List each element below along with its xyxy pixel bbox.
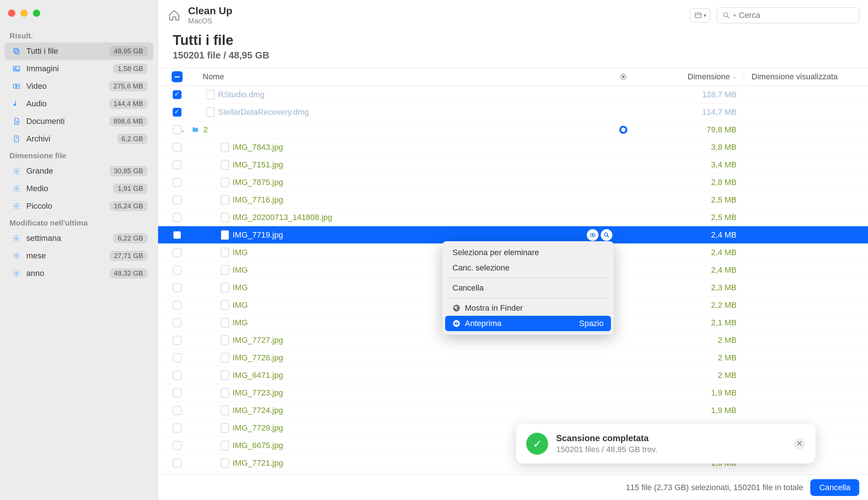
row-checkbox[interactable]: [165, 371, 189, 380]
preview-icon[interactable]: [587, 229, 599, 241]
home-icon[interactable]: [167, 8, 181, 23]
file-size: 1,9 MB: [634, 388, 744, 398]
sidebar-item-label: Piccolo: [23, 201, 110, 211]
radio-selected[interactable]: [619, 126, 627, 134]
select-all-toggle[interactable]: [172, 71, 183, 82]
file-row[interactable]: IMG_7843.jpg 3,8 MB: [158, 139, 868, 156]
sidebar-item-label: Immagini: [23, 64, 113, 73]
row-checkbox[interactable]: [165, 160, 189, 169]
row-checkbox[interactable]: [165, 248, 189, 257]
sidebar-item-label: Medio: [23, 184, 113, 193]
sidebar-item-documenti[interactable]: Documenti 898,6 MB: [4, 113, 153, 130]
file-row[interactable]: IMG_7875.jpg 2,8 MB: [158, 174, 868, 191]
file-row[interactable]: IMG_20200713_141808.jpg 2,5 MB: [158, 209, 868, 226]
sidebar-item-badge: 275,6 MB: [109, 81, 148, 91]
maximize-window-button[interactable]: [33, 10, 40, 17]
sidebar-item-badge: 1,58 GB: [113, 64, 148, 74]
row-checkbox[interactable]: [165, 441, 189, 450]
menu-cancel[interactable]: Cancella: [445, 280, 611, 296]
zoom-icon[interactable]: [601, 229, 612, 241]
menu-select-to-delete[interactable]: Seleziona per eleminare: [445, 245, 611, 260]
close-toast-button[interactable]: ✕: [794, 438, 805, 450]
sidebar-item-badge: 898,6 MB: [109, 116, 148, 126]
file-row[interactable]: IMG_7724.jpg 1,9 MB: [158, 402, 868, 419]
column-name[interactable]: Nome: [189, 72, 612, 82]
file-size: 114,7 MB: [634, 107, 744, 117]
row-checkbox[interactable]: [165, 108, 189, 117]
sidebar-item-video[interactable]: Video 275,6 MB: [4, 77, 153, 95]
svg-point-15: [15, 272, 18, 274]
row-checkbox[interactable]: [165, 406, 189, 415]
row-checkbox[interactable]: [165, 196, 189, 204]
table-header: Nome Dimensione ⌄ Dimensione visualizzat…: [158, 68, 868, 86]
file-row[interactable]: IMG_7723.jpg 1,9 MB: [158, 384, 868, 402]
sidebar-section-results: Risult.: [4, 28, 153, 42]
target-icon[interactable]: [619, 73, 627, 81]
row-checkbox[interactable]: [165, 389, 189, 397]
svg-point-13: [15, 237, 18, 239]
sidebar-item-archivi[interactable]: Archivi 6,2 GB: [4, 130, 153, 148]
file-name: IMG_7843.jpg: [233, 143, 612, 152]
sidebar-item-audio[interactable]: Audio 144,4 MB: [4, 95, 153, 113]
file-size: 2,5 MB: [634, 213, 744, 222]
menu-show-in-finder[interactable]: Mostra in Finder: [445, 300, 611, 316]
sidebar-item-piccolo[interactable]: Piccolo 16,24 GB: [4, 197, 153, 215]
sidebar-item-label: Tutti i file: [23, 46, 110, 56]
category-icon: [10, 269, 23, 277]
row-checkbox[interactable]: [165, 336, 189, 345]
row-checkbox[interactable]: [165, 424, 189, 432]
sidebar-item-anno[interactable]: anno 48,32 GB: [4, 265, 153, 282]
sidebar-item-grande[interactable]: Grande 30,85 GB: [4, 162, 153, 180]
file-row[interactable]: IMG_7726.jpg 2 MB: [158, 349, 868, 367]
minimize-window-button[interactable]: [20, 10, 28, 17]
file-row[interactable]: IMG_7716.jpg 2,5 MB: [158, 191, 868, 209]
file-row[interactable]: RStudio.dmg 128,7 MB: [158, 86, 868, 103]
footer-status: 115 file (2,73 GB) selezionati, 150201 f…: [626, 483, 803, 492]
sidebar-item-label: Video: [23, 82, 109, 91]
menu-cancel-selection[interactable]: Canc. selezione: [445, 260, 611, 276]
window-controls: [4, 7, 153, 28]
row-checkbox[interactable]: [165, 143, 189, 152]
category-icon: [10, 234, 23, 242]
sidebar-item-settimana[interactable]: settimana 6,22 GB: [4, 230, 153, 247]
folder-icon: [191, 126, 200, 133]
sidebar-item-medio[interactable]: Medio 1,91 GB: [4, 180, 153, 197]
file-row[interactable]: IMG_7151.jpg 3,4 MB: [158, 156, 868, 174]
row-checkbox[interactable]: [165, 283, 189, 292]
view-toggle-button[interactable]: ▾: [690, 8, 710, 22]
row-checkbox[interactable]: [165, 318, 189, 327]
footer: 115 file (2,73 GB) selezionati, 150201 f…: [158, 474, 868, 500]
column-visualized-size[interactable]: Dimensione visualizzata: [744, 72, 861, 82]
file-size: 128,7 MB: [634, 90, 744, 99]
row-checkbox[interactable]: [165, 213, 189, 222]
row-checkbox[interactable]: [165, 231, 189, 239]
sidebar-item-mese[interactable]: mese 27,71 GB: [4, 247, 153, 265]
delete-button[interactable]: Cancella: [810, 479, 859, 496]
file-size: 2 MB: [634, 336, 744, 345]
folder-row[interactable]: ⌄ 2 79,8 MB: [158, 121, 868, 139]
row-checkbox[interactable]: [165, 459, 189, 467]
sidebar-item-label: Audio: [23, 99, 109, 109]
file-size: 2,5 MB: [634, 195, 744, 205]
sidebar-item-immagini[interactable]: Immagini 1,58 GB: [4, 60, 153, 77]
file-size: 2,1 MB: [634, 318, 744, 327]
file-icon: [221, 143, 229, 152]
file-icon: [221, 300, 229, 310]
menu-preview[interactable]: Anteprima Spazio: [445, 316, 611, 331]
row-checkbox[interactable]: [165, 90, 189, 99]
search-input[interactable]: [739, 11, 854, 20]
row-checkbox[interactable]: [165, 266, 189, 274]
row-checkbox[interactable]: [165, 301, 189, 310]
file-name: IMG_7716.jpg: [233, 195, 612, 205]
row-checkbox[interactable]: [165, 353, 189, 362]
file-row[interactable]: StellarDataRecovery.dmg 114,7 MB: [158, 103, 868, 121]
sidebar-item-tutti-i-file[interactable]: Tutti i file 48,95 GB: [4, 42, 153, 60]
file-icon: [206, 107, 214, 117]
file-size: 2,2 MB: [634, 300, 744, 310]
search-box[interactable]: ▾: [717, 7, 859, 23]
file-row[interactable]: IMG_6471.jpg 2 MB: [158, 367, 868, 384]
row-checkbox[interactable]: [165, 178, 189, 187]
chevron-down-icon[interactable]: ⌄: [180, 126, 188, 134]
close-window-button[interactable]: [8, 10, 15, 17]
column-size[interactable]: Dimensione ⌄: [634, 72, 744, 82]
